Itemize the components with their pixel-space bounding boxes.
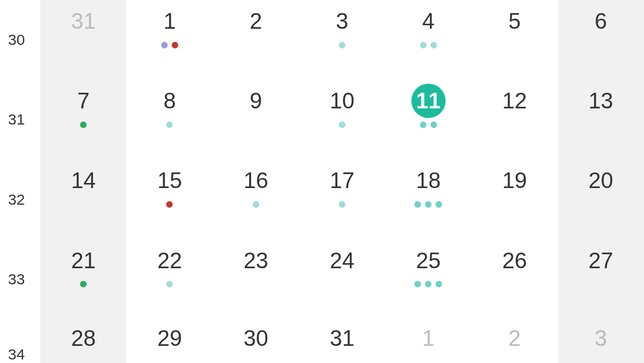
calendar-day-number: 9 — [239, 84, 273, 118]
calendar-week-row: 78910111213 — [40, 80, 644, 159]
event-dot-icon — [172, 42, 178, 48]
calendar-day-cell[interactable]: 21 — [40, 239, 126, 319]
event-dot-icon — [161, 42, 168, 48]
calendar-day-number: 1 — [411, 321, 446, 355]
calendar-day-cell[interactable]: 1 — [385, 319, 471, 363]
week-number: 30 — [0, 0, 40, 80]
event-dot-icon — [253, 201, 259, 208]
calendar-week-row: 28293031123 — [40, 319, 644, 363]
calendar-day-number: 24 — [325, 244, 359, 278]
calendar-day-cell[interactable]: 4 — [385, 0, 471, 80]
event-indicator-row — [253, 201, 259, 208]
event-dot-icon — [414, 281, 421, 287]
calendar-day-cell[interactable]: 6 — [558, 0, 644, 80]
calendar-day-number: 3 — [584, 321, 618, 355]
calendar-day-number: 19 — [497, 163, 532, 198]
calendar-day-number: 14 — [66, 163, 101, 198]
calendar-day-cell[interactable]: 2 — [213, 0, 299, 80]
event-indicator-row — [161, 41, 178, 48]
event-dot-icon — [166, 122, 173, 128]
calendar-days-grid: 3112345678910111213141516171819202122232… — [40, 0, 644, 363]
event-indicator-row — [166, 121, 173, 128]
calendar-month-view: 3031323334 31123456789101112131415161718… — [0, 0, 644, 363]
calendar-day-cell[interactable]: 26 — [471, 239, 557, 319]
calendar-day-cell[interactable]: 22 — [126, 239, 212, 319]
calendar-day-cell[interactable]: 31 — [40, 0, 126, 80]
calendar-day-number: 12 — [497, 84, 532, 118]
event-indicator-row — [339, 121, 345, 128]
calendar-day-cell[interactable]: 11 — [385, 80, 471, 159]
calendar-day-number: 1 — [153, 4, 187, 38]
event-dot-icon — [414, 201, 421, 208]
event-dot-icon — [436, 281, 442, 287]
calendar-day-number: 26 — [497, 244, 532, 278]
event-dot-icon — [339, 42, 345, 48]
calendar-day-cell[interactable]: 29 — [126, 319, 212, 363]
calendar-day-cell[interactable]: 15 — [126, 159, 212, 239]
calendar-day-number: 4 — [411, 4, 446, 38]
calendar-day-number: 31 — [325, 321, 359, 355]
event-indicator-row — [80, 121, 87, 128]
event-indicator-row — [80, 281, 87, 288]
calendar-day-cell[interactable]: 5 — [471, 0, 557, 80]
calendar-day-cell[interactable]: 14 — [40, 159, 126, 239]
calendar-day-cell[interactable]: 19 — [471, 159, 557, 239]
calendar-day-number: 20 — [584, 163, 618, 198]
week-number: 34 — [0, 319, 40, 363]
event-dot-icon — [166, 281, 173, 287]
calendar-day-cell[interactable]: 17 — [299, 159, 385, 239]
calendar-day-cell[interactable]: 30 — [213, 319, 299, 363]
calendar-day-number: 3 — [325, 4, 359, 38]
calendar-day-cell[interactable]: 8 — [126, 80, 212, 159]
calendar-day-cell[interactable]: 10 — [299, 80, 385, 159]
calendar-day-today: 11 — [411, 84, 446, 118]
calendar-day-cell[interactable]: 20 — [558, 159, 644, 239]
event-dot-icon — [339, 122, 345, 128]
week-number: 31 — [0, 80, 40, 159]
calendar-week-row: 14151617181920 — [40, 159, 644, 239]
calendar-day-cell[interactable]: 28 — [40, 319, 126, 363]
event-dot-icon — [436, 201, 442, 208]
calendar-day-cell[interactable]: 16 — [213, 159, 299, 239]
event-indicator-row — [414, 281, 442, 288]
calendar-day-cell[interactable]: 2 — [471, 319, 557, 363]
calendar-day-cell[interactable]: 9 — [213, 80, 299, 159]
event-indicator-row — [414, 201, 442, 208]
calendar-day-number: 7 — [66, 84, 101, 118]
calendar-day-cell[interactable]: 7 — [40, 80, 126, 159]
calendar-day-cell[interactable]: 13 — [558, 80, 644, 159]
calendar-day-cell[interactable]: 23 — [213, 239, 299, 319]
event-dot-icon — [80, 281, 87, 287]
calendar-day-cell[interactable]: 27 — [558, 239, 644, 319]
week-number: 32 — [0, 159, 40, 239]
event-dot-icon — [420, 122, 426, 128]
calendar-day-number: 5 — [497, 4, 532, 38]
event-dot-icon — [431, 122, 437, 128]
calendar-day-number: 30 — [239, 321, 273, 355]
event-dot-icon — [425, 201, 432, 208]
event-dot-icon — [431, 42, 437, 48]
calendar-day-number: 23 — [239, 244, 273, 278]
event-indicator-row — [339, 201, 345, 208]
week-number-column: 3031323334 — [0, 0, 40, 363]
calendar-day-cell[interactable]: 12 — [471, 80, 557, 159]
calendar-day-cell[interactable]: 24 — [299, 239, 385, 319]
calendar-day-number: 31 — [66, 4, 101, 38]
calendar-day-cell[interactable]: 3 — [299, 0, 385, 80]
event-indicator-row — [166, 201, 173, 208]
event-dot-icon — [166, 201, 173, 208]
calendar-day-cell[interactable]: 31 — [299, 319, 385, 363]
calendar-day-cell[interactable]: 3 — [558, 319, 644, 363]
calendar-day-cell[interactable]: 1 — [126, 0, 212, 80]
calendar-day-number: 18 — [411, 163, 446, 198]
calendar-day-number: 25 — [411, 244, 446, 278]
calendar-day-cell[interactable]: 18 — [385, 159, 471, 239]
calendar-day-number: 29 — [153, 321, 187, 355]
event-indicator-row — [339, 41, 345, 48]
week-number: 33 — [0, 239, 40, 319]
calendar-week-row: 21222324252627 — [40, 239, 644, 319]
calendar-day-number: 28 — [66, 321, 101, 355]
calendar-day-number: 27 — [584, 244, 618, 278]
event-indicator-row — [420, 121, 437, 128]
calendar-day-cell[interactable]: 25 — [385, 239, 471, 319]
